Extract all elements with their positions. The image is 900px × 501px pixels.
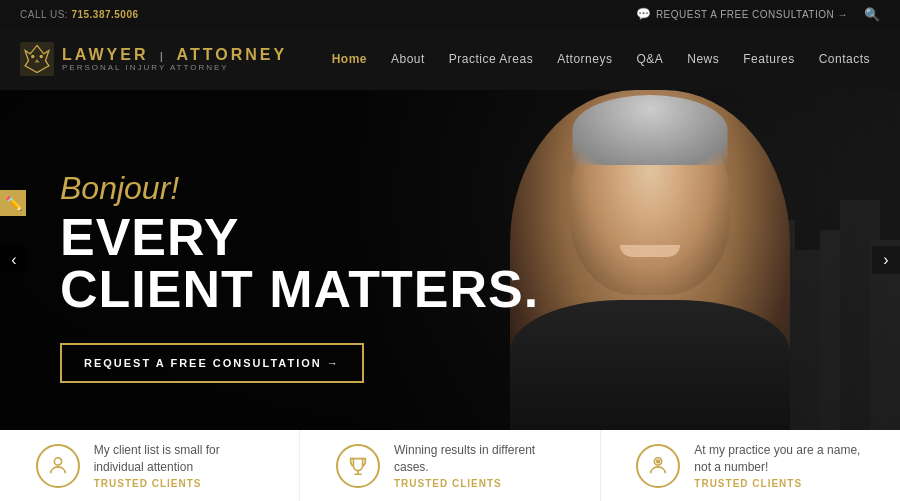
svg-point-18 bbox=[54, 457, 61, 464]
features-bar: My client list is small for individual a… bbox=[0, 430, 900, 501]
hero-content: Bonjour! EVERY CLIENT MATTERS. REQUEST A… bbox=[60, 170, 539, 383]
feature-text-3: At my practice you are a name, not a num… bbox=[694, 442, 864, 490]
feature-text-1: My client list is small for individual a… bbox=[94, 442, 264, 490]
feature-desc-3: At my practice you are a name, not a num… bbox=[694, 442, 864, 476]
hero-greeting: Bonjour! bbox=[60, 170, 539, 207]
nav-attorneys[interactable]: Attorneys bbox=[547, 46, 622, 72]
cta-button[interactable]: REQUEST A FREE CONSULTATION → bbox=[60, 343, 364, 383]
logo[interactable]: LAWYER | ATTORNEY PERSONAL INJURY ATTORN… bbox=[20, 42, 287, 76]
feature-link-1[interactable]: TRUSTED CLIENTS bbox=[94, 478, 264, 489]
feature-link-2[interactable]: TRUSTED CLIENTS bbox=[394, 478, 564, 489]
phone-section: CALL US: 715.387.5006 bbox=[20, 9, 139, 20]
pencil-icon: ✏️ bbox=[0, 190, 26, 216]
feature-text-2: Winning results in different cases. TRUS… bbox=[394, 442, 564, 490]
nav-news[interactable]: News bbox=[677, 46, 729, 72]
person2-icon bbox=[636, 444, 680, 488]
nav-home[interactable]: Home bbox=[322, 46, 377, 72]
carousel-next-button[interactable]: › bbox=[872, 246, 900, 274]
header: LAWYER | ATTORNEY PERSONAL INJURY ATTORN… bbox=[0, 28, 900, 90]
feature-item-3: At my practice you are a name, not a num… bbox=[601, 430, 900, 501]
feature-desc-2: Winning results in different cases. bbox=[394, 442, 564, 476]
svg-point-2 bbox=[31, 55, 34, 58]
main-nav: Home About Practice Areas Attorneys Q&A … bbox=[322, 46, 880, 72]
feature-desc-1: My client list is small for individual a… bbox=[94, 442, 264, 476]
nav-contacts[interactable]: Contacts bbox=[809, 46, 880, 72]
top-bar: CALL US: 715.387.5006 💬 REQUEST A FREE C… bbox=[0, 0, 900, 28]
hero-heading: EVERY CLIENT MATTERS. bbox=[60, 211, 539, 315]
logo-wolf-icon bbox=[20, 42, 54, 76]
feature-link-3[interactable]: TRUSTED CLIENTS bbox=[694, 478, 864, 489]
logo-text: LAWYER | ATTORNEY PERSONAL INJURY ATTORN… bbox=[62, 47, 287, 72]
phone-link[interactable]: 715.387.5006 bbox=[71, 9, 138, 20]
svg-point-3 bbox=[40, 55, 43, 58]
nav-about[interactable]: About bbox=[381, 46, 435, 72]
chat-icon: 💬 bbox=[636, 7, 652, 21]
hero-section: ✏️ Bonjour! EVERY CLIENT MATTERS. REQUES… bbox=[0, 90, 900, 430]
nav-qa[interactable]: Q&A bbox=[626, 46, 673, 72]
logo-subtitle: PERSONAL INJURY ATTORNEY bbox=[62, 63, 287, 72]
nav-features[interactable]: Features bbox=[733, 46, 804, 72]
nav-practice[interactable]: Practice Areas bbox=[439, 46, 543, 72]
logo-title: LAWYER | ATTORNEY bbox=[62, 47, 287, 63]
search-icon[interactable]: 🔍 bbox=[864, 7, 880, 22]
top-bar-right: 💬 REQUEST A FREE CONSULTATION → 🔍 bbox=[636, 7, 880, 22]
feature-item-1: My client list is small for individual a… bbox=[0, 430, 300, 501]
person-icon bbox=[36, 444, 80, 488]
trophy-icon bbox=[336, 444, 380, 488]
consultation-top-link[interactable]: 💬 REQUEST A FREE CONSULTATION → bbox=[636, 7, 848, 21]
svg-point-20 bbox=[657, 460, 660, 463]
feature-item-2: Winning results in different cases. TRUS… bbox=[300, 430, 600, 501]
call-label: CALL US: bbox=[20, 9, 68, 20]
carousel-prev-button[interactable]: ‹ bbox=[0, 246, 28, 274]
